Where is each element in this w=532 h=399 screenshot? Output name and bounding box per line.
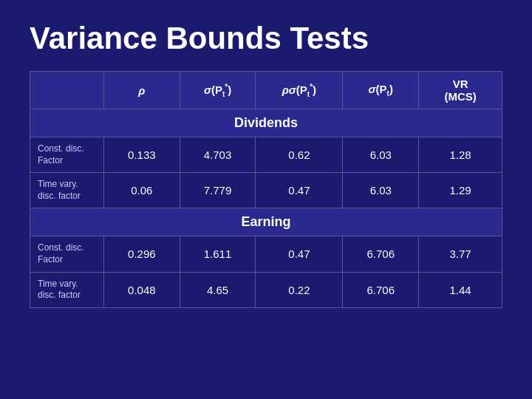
section-label-0: Dividends <box>30 109 502 137</box>
table-row: Time vary. disc. factor0.0484.650.226.70… <box>30 272 502 307</box>
table-row: Const. disc. Factor0.1334.7030.626.031.2… <box>30 137 502 173</box>
row-rho-cell: 0.06 <box>104 173 180 208</box>
row-sigma-pt-cell: 6.03 <box>343 137 419 173</box>
variance-bounds-table: ρ σ(Pt*) ρσ(Pt*) σ(Pt) VR(MCS) Dividends… <box>30 71 502 308</box>
row-vr-mcs-cell: 1.44 <box>419 272 502 307</box>
row-vr-mcs-cell: 1.29 <box>419 173 502 208</box>
header-label-col <box>30 72 104 109</box>
section-label-1: Earning <box>30 208 502 236</box>
row-rho-cell: 0.133 <box>104 137 180 173</box>
row-rho-sigma-pt-star-cell: 0.62 <box>256 137 343 173</box>
section-header-0: Dividends <box>30 109 502 137</box>
header-sigma-pt-star: σ(Pt*) <box>180 72 256 109</box>
row-rho-sigma-pt-star-cell: 0.47 <box>256 236 343 272</box>
row-rho-cell: 0.048 <box>104 272 180 307</box>
row-label-cell: Time vary. disc. factor <box>30 173 104 208</box>
section-header-1: Earning <box>30 208 502 236</box>
header-vr-mcs: VR(MCS) <box>419 72 502 109</box>
header-rho-sigma-pt-star: ρσ(Pt*) <box>256 72 343 109</box>
row-rho-sigma-pt-star-cell: 0.22 <box>256 272 343 307</box>
row-label-cell: Time vary. disc. factor <box>30 272 104 307</box>
row-label-cell: Const. disc. Factor <box>30 236 104 272</box>
table-header-row: ρ σ(Pt*) ρσ(Pt*) σ(Pt) VR(MCS) <box>30 72 502 109</box>
header-sigma-pt: σ(Pt) <box>343 72 419 109</box>
row-vr-mcs-cell: 1.28 <box>419 137 502 173</box>
row-sigma-pt-star-cell: 4.703 <box>180 137 256 173</box>
row-sigma-pt-cell: 6.706 <box>343 272 419 307</box>
row-label-cell: Const. disc. Factor <box>30 137 104 173</box>
row-sigma-pt-cell: 6.03 <box>343 173 419 208</box>
row-sigma-pt-star-cell: 1.611 <box>180 236 256 272</box>
row-sigma-pt-star-cell: 4.65 <box>180 272 256 307</box>
row-vr-mcs-cell: 3.77 <box>419 236 502 272</box>
header-rho: ρ <box>104 72 180 109</box>
row-sigma-pt-cell: 6.706 <box>343 236 419 272</box>
table-container: ρ σ(Pt*) ρσ(Pt*) σ(Pt) VR(MCS) Dividends… <box>30 71 502 308</box>
row-rho-sigma-pt-star-cell: 0.47 <box>256 173 343 208</box>
row-rho-cell: 0.296 <box>104 236 180 272</box>
table-row: Time vary. disc. factor0.067.7790.476.03… <box>30 173 502 208</box>
table-row: Const. disc. Factor0.2961.6110.476.7063.… <box>30 236 502 272</box>
page-title: Variance Bounds Tests <box>0 0 532 71</box>
row-sigma-pt-star-cell: 7.779 <box>180 173 256 208</box>
